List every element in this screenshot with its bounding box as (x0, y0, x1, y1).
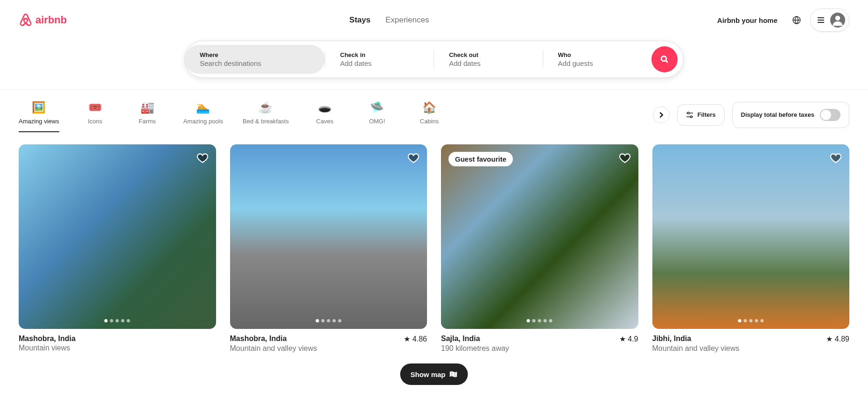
image-pager-dots (527, 319, 553, 322)
checkout-placeholder: Add dates (449, 59, 527, 67)
host-your-home-link[interactable]: Airbnb your home (712, 11, 783, 30)
map-button-label: Show map (410, 370, 445, 371)
listing-title: Jibhi, India (652, 335, 692, 343)
category-next-button[interactable] (653, 107, 670, 123)
search-checkout[interactable]: Check out Add dates (434, 45, 542, 74)
globe-icon (792, 16, 801, 24)
category-bed-breakfasts[interactable]: ☕Bed & breakfasts (243, 97, 289, 132)
category-amazing-views[interactable]: 🖼️Amazing views (19, 97, 59, 132)
heart-icon (619, 152, 631, 164)
chevron-right-icon (658, 112, 665, 118)
category-farms[interactable]: 🏭Farms (131, 97, 164, 132)
search-where[interactable]: Where Search destinations (185, 45, 325, 74)
airbnb-logo-icon (19, 13, 33, 28)
listing-card[interactable]: Mashobra, IndiaMountain views (19, 144, 216, 353)
wishlist-button[interactable] (196, 152, 209, 166)
heart-icon (830, 152, 842, 164)
svg-point-4 (690, 116, 692, 118)
listing-image (19, 144, 216, 329)
search-bar: Where Search destinations Check in Add d… (184, 41, 684, 78)
tax-toggle-label: Display total before taxes (741, 111, 815, 118)
search-button[interactable] (651, 46, 678, 72)
category-label: Bed & breakfasts (243, 118, 289, 125)
checkin-label: Check in (340, 51, 419, 58)
category-amazing-pools[interactable]: 🏊Amazing pools (183, 97, 223, 132)
category-icon: 🏭 (141, 101, 154, 114)
category-label: Icons (88, 118, 102, 125)
logo[interactable]: airbnb (19, 13, 67, 28)
hamburger-icon (817, 16, 825, 24)
category-icon: 🛸 (371, 101, 384, 114)
svg-point-3 (687, 112, 689, 114)
checkin-placeholder: Add dates (340, 59, 419, 67)
listings-grid: Mashobra, IndiaMountain viewsMashobra, I… (0, 140, 868, 371)
listing-image: Guest favourite (441, 144, 638, 329)
wishlist-button[interactable] (830, 152, 842, 166)
tab-experiences[interactable]: Experiences (385, 12, 429, 28)
category-caves[interactable]: 🕳️Caves (308, 97, 341, 132)
map-icon (449, 370, 458, 371)
category-label: Caves (316, 118, 334, 125)
listing-subtitle: 190 kilometres away (441, 344, 638, 353)
category-icon: 🎟️ (89, 101, 102, 114)
category-omg-[interactable]: 🛸OMG! (361, 97, 393, 132)
listing-subtitle: Mountain and valley views (230, 344, 427, 353)
search-icon (660, 55, 669, 64)
category-label: OMG! (369, 118, 385, 125)
listing-subtitle: Mountain views (19, 344, 216, 352)
image-pager-dots (315, 319, 341, 322)
listing-image (652, 144, 850, 329)
listing-rating: ★ 4.89 (826, 335, 849, 343)
show-map-button[interactable]: Show map (400, 363, 468, 371)
nav-tabs: Stays Experiences (350, 12, 429, 28)
who-label: Who (558, 51, 637, 58)
svg-point-1 (835, 15, 840, 21)
category-cabins[interactable]: 🏠Cabins (413, 97, 446, 132)
category-icon: 🖼️ (32, 101, 45, 114)
filters-icon (686, 111, 693, 119)
category-icons[interactable]: 🎟️Icons (79, 97, 112, 132)
user-icon (831, 14, 844, 27)
category-label: Farms (139, 118, 156, 125)
listing-title: Sajla, India (441, 335, 480, 343)
search-who[interactable]: Who Add guests (543, 45, 651, 74)
listing-title: Mashobra, India (19, 335, 76, 343)
search-checkin[interactable]: Check in Add dates (325, 45, 434, 74)
category-icon: ☕ (259, 101, 272, 114)
wishlist-button[interactable] (407, 152, 420, 166)
tab-stays[interactable]: Stays (350, 12, 371, 28)
listing-card[interactable]: Mashobra, India★ 4.86Mountain and valley… (230, 144, 427, 353)
tax-toggle[interactable]: Display total before taxes (732, 102, 850, 128)
listing-title: Mashobra, India (230, 335, 287, 343)
category-list: 🖼️Amazing views🎟️Icons🏭Farms🏊Amazing poo… (19, 97, 645, 132)
heart-icon (196, 152, 209, 164)
who-placeholder: Add guests (558, 59, 637, 67)
category-label: Amazing views (19, 118, 59, 125)
image-pager-dots (105, 319, 130, 322)
filters-label: Filters (697, 111, 715, 118)
toggle-switch (820, 109, 840, 121)
guest-favourite-badge: Guest favourite (448, 152, 513, 166)
user-menu-button[interactable] (810, 8, 849, 32)
category-icon: 🏊 (196, 101, 210, 114)
filters-button[interactable]: Filters (677, 104, 724, 126)
listing-rating: ★ 4.86 (404, 335, 427, 343)
wishlist-button[interactable] (619, 152, 631, 166)
listing-rating: ★ 4.9 (619, 335, 638, 343)
listing-subtitle: Mountain and valley views (652, 344, 850, 353)
listing-card[interactable]: Guest favouriteSajla, India★ 4.9190 kilo… (441, 144, 638, 353)
category-icon: 🕳️ (318, 101, 331, 114)
category-label: Amazing pools (183, 118, 223, 125)
heart-icon (407, 152, 420, 164)
svg-point-2 (661, 56, 666, 61)
where-label: Where (200, 51, 310, 58)
listing-image (230, 144, 427, 329)
where-placeholder: Search destinations (200, 59, 310, 67)
avatar (830, 13, 845, 28)
language-button[interactable] (787, 10, 806, 30)
listing-card[interactable]: Jibhi, India★ 4.89Mountain and valley vi… (652, 144, 850, 353)
checkout-label: Check out (449, 51, 527, 58)
logo-text: airbnb (35, 14, 67, 26)
image-pager-dots (738, 319, 763, 322)
category-label: Cabins (420, 118, 439, 125)
